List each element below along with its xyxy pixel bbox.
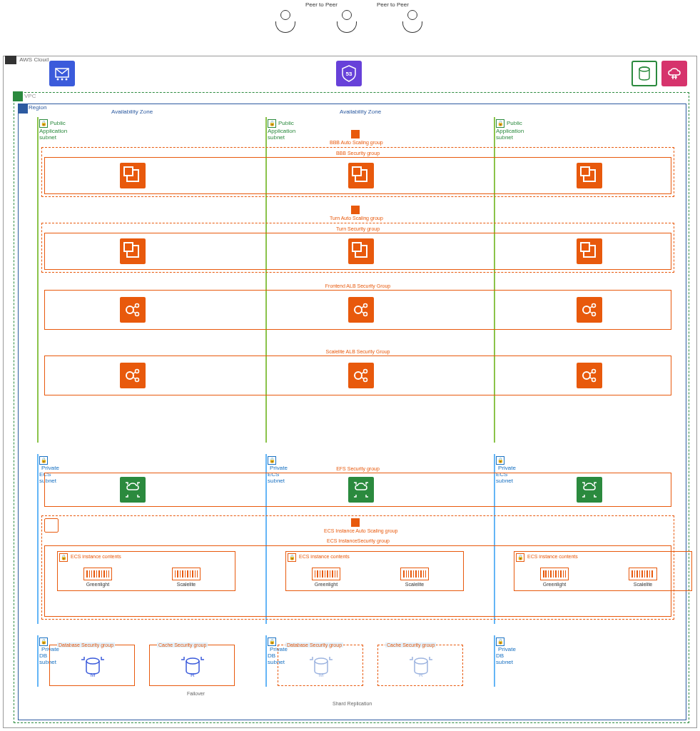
svg-text:M: M	[319, 672, 324, 678]
greenlight-label: Greenlight	[80, 582, 116, 587]
ec2-icon	[120, 238, 146, 264]
vpc-label: VPC	[24, 93, 36, 99]
scalelite-label: Scalelite	[168, 582, 204, 587]
svg-point-54	[415, 658, 427, 664]
db-sg-label: Database Security group	[57, 642, 115, 647]
greenlight-label: Greenlight	[308, 582, 344, 587]
svg-point-18	[126, 306, 133, 313]
ec2-icon	[577, 163, 602, 188]
rds-icon: M	[80, 655, 106, 678]
user-icon	[401, 10, 424, 36]
region-border: Region Availability Zone Availability Zo…	[18, 104, 686, 720]
lock-icon: 🔒	[516, 553, 524, 562]
cloudfront-icon	[661, 61, 687, 86]
lock-icon: 🔒	[39, 456, 48, 465]
scalelite-label: Scalelite	[625, 582, 661, 587]
turn-asg-label: Turn Auto Scaling group	[330, 216, 383, 221]
turn-sg-label: Turn Security group	[336, 226, 380, 231]
ses-icon	[49, 61, 75, 86]
shard-replication-label: Shard Replication	[333, 701, 372, 706]
user-icon	[335, 10, 358, 36]
region-icon	[18, 104, 28, 114]
lock-icon: 🔒	[268, 637, 276, 646]
az-label-1: Availability Zone	[111, 109, 153, 115]
private-db-subnet-2: 🔒Private DB subnet Database Security gro…	[265, 635, 267, 687]
container-icon	[400, 568, 429, 580]
bbb-asg-label: BBB Auto Scaling group	[330, 140, 383, 145]
aws-cloud-text: AWS Cloud	[19, 56, 49, 63]
svg-text:R: R	[419, 672, 423, 678]
lock-icon: 🔒	[496, 119, 504, 128]
lock-icon: 🔒	[268, 456, 276, 465]
svg-point-23	[355, 306, 362, 313]
elasticache-icon: R	[180, 655, 206, 678]
alb-icon	[577, 297, 602, 323]
cache-sg-1: Cache Security group R	[149, 645, 235, 686]
private-db-subnet-1: 🔒Private DB subnet Database Security gro…	[37, 635, 39, 687]
container-icon	[312, 568, 340, 580]
svg-point-43	[583, 372, 590, 379]
alb-icon	[348, 297, 374, 323]
svg-point-48	[86, 658, 99, 664]
scalelite-alb-sg-label: Scalelite ALB Security Group	[326, 349, 390, 354]
lock-icon: 🔒	[268, 119, 276, 128]
bbb-sg-label: BBB Security group	[336, 151, 380, 156]
s3-icon	[631, 61, 657, 86]
lock-icon: 🔒	[39, 119, 48, 128]
az-label-2: Availability Zone	[340, 109, 381, 115]
db-sg-label: Database Security group	[285, 642, 343, 647]
peer-label-2: Peer to Peer	[377, 1, 409, 8]
ec2-icon	[577, 238, 602, 264]
ec2-icon	[348, 163, 374, 188]
svg-point-2	[61, 79, 64, 81]
failover-label: Failover	[187, 691, 205, 696]
container-icon	[629, 568, 657, 580]
svg-rect-13	[124, 243, 133, 251]
ecs-sg-label: ECS InstanceSecurity group	[327, 538, 390, 543]
container-icon	[172, 568, 201, 580]
route53-icon: 53	[336, 61, 362, 86]
ec2-icon	[120, 163, 146, 188]
alb-icon	[120, 297, 146, 323]
svg-point-33	[126, 372, 133, 379]
db-sg-2: Database Security group M	[278, 645, 363, 686]
ecs-instance-contents-1: 🔒 ECS instance contents Greenlight Scale…	[57, 551, 235, 591]
cache-sg-label: Cache Security group	[157, 642, 208, 647]
rds-icon-standby: M	[308, 655, 334, 678]
efs-icon	[577, 477, 602, 503]
ecs-contents-label: ECS instance contents	[299, 554, 350, 559]
ecs-contents-label: ECS instance contents	[71, 554, 121, 559]
svg-point-38	[355, 372, 362, 379]
frontend-alb-sg-label: Frontend ALB Security Group	[325, 283, 390, 288]
alb-icon	[577, 363, 602, 388]
svg-point-1	[57, 79, 59, 81]
svg-point-50	[186, 658, 199, 664]
ecs-instance-contents-3: 🔒 ECS instance contents Greenlight Scale…	[514, 551, 692, 591]
public-subnet-1: 🔒Public Application subnet	[37, 117, 39, 443]
efs-icon	[348, 477, 374, 503]
cache-sg-2: Cache Security group R	[377, 645, 463, 686]
svg-rect-9	[352, 167, 361, 176]
svg-text:53: 53	[346, 71, 352, 77]
svg-rect-15	[352, 243, 361, 251]
svg-point-52	[315, 658, 328, 664]
aws-logo-icon	[5, 56, 16, 64]
ec2-icon	[348, 238, 374, 264]
svg-rect-17	[581, 243, 589, 251]
subnet-label: Private DB subnet	[496, 646, 516, 665]
efs-sg-label: EFS Security group	[336, 466, 380, 471]
asg-icon	[351, 206, 360, 214]
svg-point-28	[583, 306, 590, 313]
efs-icon	[120, 477, 146, 503]
elasticache-icon-standby: R	[408, 655, 434, 678]
container-icon	[83, 568, 112, 580]
greenlight-label: Greenlight	[537, 582, 572, 587]
svg-rect-7	[124, 167, 133, 176]
svg-rect-11	[581, 167, 589, 176]
private-ecs-subnet-1: 🔒Private ECS subnet	[37, 454, 39, 624]
peer-label-1: Peer to Peer	[305, 1, 338, 8]
svg-text:M: M	[91, 672, 96, 678]
svg-point-5	[639, 67, 649, 71]
aws-cloud-border: AWS Cloud 53 VPC Region Availability Zon…	[3, 56, 697, 728]
region-label: Region	[29, 104, 46, 111]
